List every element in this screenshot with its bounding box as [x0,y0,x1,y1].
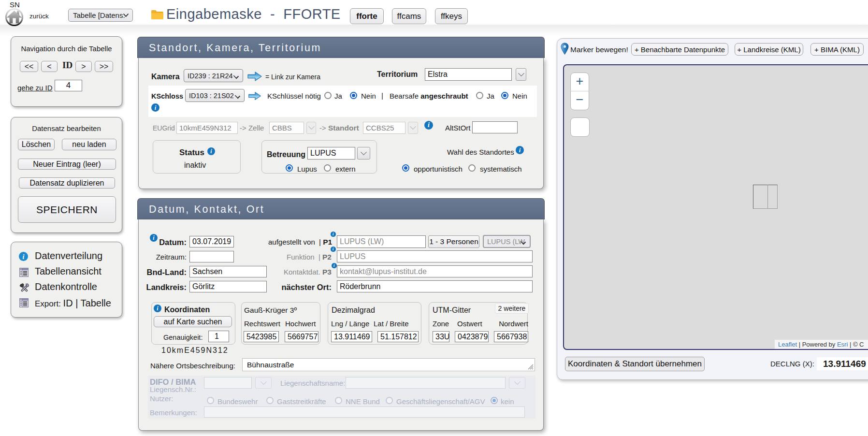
svg-text:i: i [23,253,25,261]
